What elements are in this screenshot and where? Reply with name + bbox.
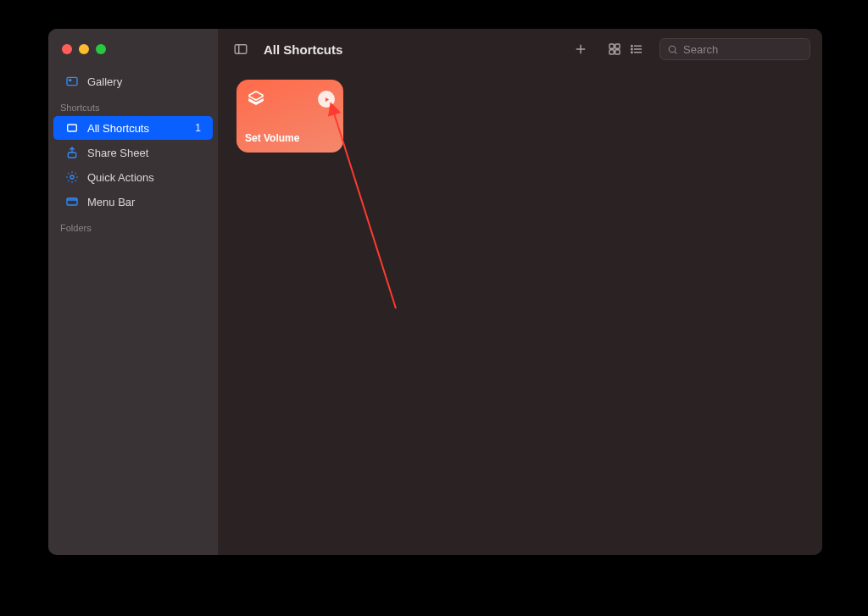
- svg-point-19: [632, 48, 633, 50]
- svg-point-4: [70, 175, 74, 179]
- sidebar-item-quick-actions[interactable]: Quick Actions: [53, 165, 213, 189]
- svg-rect-11: [609, 44, 614, 48]
- sidebar-item-share-sheet[interactable]: Share Sheet: [53, 141, 213, 164]
- gallery-icon: [65, 75, 79, 88]
- svg-point-21: [669, 46, 676, 53]
- svg-point-20: [632, 52, 633, 53]
- sidebar-section-shortcuts: Shortcuts: [48, 94, 218, 116]
- window-fullscreen-button[interactable]: [96, 44, 106, 54]
- all-shortcuts-icon: [65, 121, 79, 135]
- svg-point-18: [632, 46, 633, 47]
- search-input[interactable]: [683, 43, 822, 56]
- sidebar: Gallery Shortcuts All Shortcuts 1 Share …: [48, 29, 218, 555]
- add-shortcut-button[interactable]: [570, 38, 592, 60]
- svg-rect-3: [68, 153, 75, 158]
- search-field[interactable]: [659, 38, 810, 60]
- page-title: All Shortcuts: [264, 42, 342, 57]
- window-controls: [48, 44, 218, 69]
- svg-rect-14: [615, 50, 620, 54]
- menu-bar-icon: [65, 195, 79, 208]
- sidebar-item-label: Quick Actions: [87, 171, 154, 184]
- svg-rect-5: [67, 198, 77, 205]
- grid-view-button[interactable]: [604, 38, 626, 60]
- sidebar-item-label: All Shortcuts: [87, 122, 149, 135]
- content-area: Set Volume: [218, 69, 822, 555]
- quick-actions-icon: [65, 170, 79, 184]
- sidebar-section-folders: Folders: [48, 214, 218, 236]
- shortcut-app-icon: [245, 88, 267, 110]
- sidebar-item-all-shortcuts[interactable]: All Shortcuts 1: [53, 116, 213, 140]
- toolbar: All Shortcuts: [218, 29, 822, 69]
- sidebar-item-label: Menu Bar: [87, 196, 135, 208]
- svg-rect-7: [235, 45, 247, 54]
- main-area: All Shortcuts: [218, 29, 822, 555]
- svg-line-22: [675, 52, 676, 53]
- view-toggle-group: [604, 38, 648, 60]
- svg-rect-0: [67, 77, 77, 85]
- svg-rect-2: [68, 125, 77, 131]
- share-sheet-icon: [65, 146, 79, 159]
- sidebar-item-menu-bar[interactable]: Menu Bar: [53, 190, 213, 214]
- toggle-sidebar-button[interactable]: [230, 38, 252, 60]
- svg-rect-12: [615, 44, 620, 48]
- window-minimize-button[interactable]: [79, 44, 89, 54]
- sidebar-item-label: Gallery: [87, 75, 122, 88]
- app-window: Gallery Shortcuts All Shortcuts 1 Share …: [48, 29, 822, 555]
- run-shortcut-button[interactable]: [318, 91, 335, 108]
- sidebar-item-label: Share Sheet: [87, 147, 148, 159]
- sidebar-item-gallery[interactable]: Gallery: [53, 69, 213, 93]
- shortcut-tile-title: Set Volume: [245, 132, 335, 144]
- svg-rect-13: [609, 50, 614, 54]
- svg-rect-1: [69, 79, 71, 81]
- search-icon: [667, 44, 678, 55]
- shortcut-tile[interactable]: Set Volume: [236, 80, 343, 153]
- window-close-button[interactable]: [62, 44, 72, 54]
- list-view-button[interactable]: [626, 38, 648, 60]
- sidebar-item-count: 1: [195, 122, 201, 134]
